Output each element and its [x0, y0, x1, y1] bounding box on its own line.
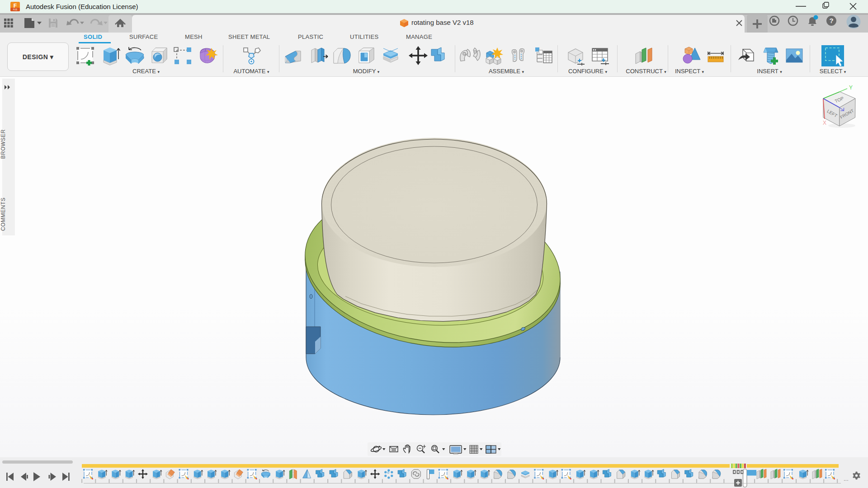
svg-text:F: F [14, 3, 17, 9]
svg-text:X: X [823, 120, 826, 126]
svg-text:?: ? [829, 17, 833, 24]
svg-text:Y: Y [849, 84, 853, 91]
svg-text:FUS: FUS [13, 9, 17, 11]
